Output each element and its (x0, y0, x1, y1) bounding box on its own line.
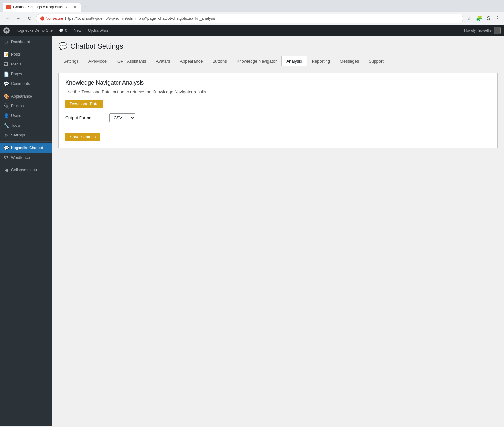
wordfence-icon: 🛡 (3, 155, 9, 160)
sidebar-label-plugins: Plugins (11, 104, 24, 108)
tab-favicon: K (6, 5, 11, 9)
tab-knowledge-navigator[interactable]: Knowledge Navigator (232, 56, 282, 66)
collapse-icon: ◀ (3, 167, 9, 173)
comments-sidebar-icon: 💬 (3, 81, 9, 87)
output-format-label: Output Format (65, 115, 104, 120)
sidebar-item-tools[interactable]: 🔧 Tools (0, 121, 52, 130)
sidebar-label-pages: Pages (11, 72, 22, 76)
updraft-item[interactable]: UpdraftPlus (85, 25, 112, 36)
users-icon: 👤 (3, 113, 9, 119)
not-secure-indicator: 🔴 Not secure (40, 16, 63, 21)
page-icon: 💬 (58, 42, 67, 51)
sidebar-label-dashboard: Dashboard (11, 40, 30, 44)
sidebar-label-posts: Posts (11, 52, 21, 57)
browser-tab[interactable]: K Chatbot Settings « Kognetiks D… ✕ (3, 3, 81, 12)
tab-messages[interactable]: Messages (335, 56, 364, 66)
plugins-icon: 🔌 (3, 103, 9, 109)
tab-buttons[interactable]: Buttons (208, 56, 232, 66)
address-bar[interactable]: 🔴 Not secure https://localhost/wpdemo/wp… (36, 14, 463, 23)
sidebar-separator-3 (0, 141, 52, 142)
tab-avatars[interactable]: Avatars (151, 56, 175, 66)
main-content: 💬 Chatbot Settings Settings API/Model GP… (52, 36, 504, 426)
tab-appearance[interactable]: Appearance (175, 56, 207, 66)
forward-button[interactable]: → (14, 14, 23, 23)
wp-sidebar: ⊞ Dashboard 📝 Posts 🖼 Media 📄 Pages 💬 Co… (0, 36, 52, 426)
format-select[interactable]: CSV JSON XML (109, 113, 135, 122)
wp-admin-bar: W Kognetiks Demo Site 💬 0 New UpdraftPlu… (0, 25, 504, 36)
sidebar-item-appearance[interactable]: 🎨 Appearance (0, 91, 52, 101)
tab-support[interactable]: Support (364, 56, 388, 66)
reload-button[interactable]: ↻ (25, 14, 34, 23)
chatbot-icon: 💬 (3, 145, 9, 151)
tools-icon: 🔧 (3, 123, 9, 128)
tab-close-button[interactable]: ✕ (73, 5, 77, 10)
section-title: Knowledge Navigator Analysis (65, 79, 491, 86)
url-text: https://localhost/wpdemo/wp-admin/admin.… (65, 16, 459, 21)
menu-button[interactable]: ⋮ (494, 14, 501, 23)
browser-action-buttons: ☆ 🧩 S ⋮ (465, 14, 501, 23)
updraft-label: UpdraftPlus (88, 28, 108, 33)
sidebar-separator-1 (0, 48, 52, 48)
profile-button[interactable]: S (486, 14, 492, 23)
back-button[interactable]: ← (3, 14, 12, 23)
tab-title: Chatbot Settings « Kognetiks D… (13, 5, 71, 9)
tab-reporting[interactable]: Reporting (307, 56, 335, 66)
sidebar-item-settings[interactable]: ⚙ Settings (0, 130, 52, 140)
site-name-text: Kognetiks Demo Site (16, 28, 53, 33)
extensions-button[interactable]: 🧩 (474, 14, 484, 23)
sidebar-item-wordfence[interactable]: 🛡 Wordfence (0, 153, 52, 162)
page-header: 💬 Chatbot Settings (58, 42, 498, 51)
sidebar-item-media[interactable]: 🖼 Media (0, 59, 52, 69)
new-tab-button[interactable]: + (81, 4, 90, 11)
save-settings-button[interactable]: Save Settings (65, 133, 100, 141)
settings-icon: ⚙ (3, 132, 9, 138)
user-avatar (494, 27, 501, 34)
wp-footer: Thank you for creating with WordPress. V… (0, 426, 504, 427)
page-title: Chatbot Settings (70, 42, 123, 51)
download-data-button[interactable]: Download Data (65, 100, 103, 108)
section-description: Use the 'Download Data' button to retrie… (65, 89, 491, 94)
sidebar-label-media: Media (11, 62, 22, 66)
pages-icon: 📄 (3, 71, 9, 77)
site-name-item[interactable]: Kognetiks Demo Site (13, 25, 56, 36)
new-label: New (74, 28, 81, 33)
sidebar-label-appearance: Appearance (11, 94, 32, 99)
sidebar-item-comments[interactable]: 💬 Comments (0, 79, 52, 89)
comments-count: 0 (65, 28, 67, 33)
sidebar-item-posts[interactable]: 📝 Posts (0, 50, 52, 59)
lock-icon: 🔴 (40, 16, 45, 21)
wp-layout: ⊞ Dashboard 📝 Posts 🖼 Media 📄 Pages 💬 Co… (0, 36, 504, 426)
sidebar-label-chatbot: Kognetiks Chatbot (11, 146, 43, 150)
sidebar-label-comments: Comments (11, 81, 30, 86)
posts-icon: 📝 (3, 52, 9, 57)
sidebar-label-tools: Tools (11, 123, 20, 128)
bookmark-button[interactable]: ☆ (465, 14, 473, 23)
howdy-text: Howdy, howelljs (464, 28, 492, 33)
new-item[interactable]: New (70, 25, 85, 36)
sidebar-item-dashboard[interactable]: ⊞ Dashboard (0, 37, 52, 47)
sidebar-item-pages[interactable]: 📄 Pages (0, 69, 52, 79)
media-icon: 🖼 (3, 61, 9, 67)
sidebar-label-users: Users (11, 113, 21, 118)
sidebar-label-wordfence: Wordfence (11, 155, 30, 160)
collapse-label: Collapse menu (11, 168, 37, 172)
output-format-row: Output Format CSV JSON XML (65, 113, 491, 122)
tab-gpt-assistants[interactable]: GPT Assistants (113, 56, 151, 66)
tab-settings[interactable]: Settings (58, 56, 83, 66)
dashboard-icon: ⊞ (3, 39, 9, 45)
sidebar-item-kognetiks-chatbot[interactable]: 💬 Kognetiks Chatbot (0, 143, 52, 153)
sidebar-item-users[interactable]: 👤 Users (0, 111, 52, 121)
not-secure-text: Not secure (46, 17, 63, 20)
sidebar-item-plugins[interactable]: 🔌 Plugins (0, 101, 52, 111)
comments-icon: 💬 (59, 29, 64, 33)
howdy-item[interactable]: Howdy, howelljs (461, 27, 504, 34)
tab-analysis[interactable]: Analysis (281, 56, 307, 66)
wp-logo-item[interactable]: W (0, 25, 13, 36)
admin-bar-right: Howdy, howelljs (461, 27, 504, 34)
tab-api-model[interactable]: API/Model (83, 56, 113, 66)
appearance-icon: 🎨 (3, 93, 9, 99)
comments-item[interactable]: 💬 0 (56, 25, 70, 36)
wp-logo-icon: W (3, 27, 10, 34)
sidebar-label-settings: Settings (11, 133, 25, 137)
collapse-menu-button[interactable]: ◀ Collapse menu (0, 165, 52, 175)
